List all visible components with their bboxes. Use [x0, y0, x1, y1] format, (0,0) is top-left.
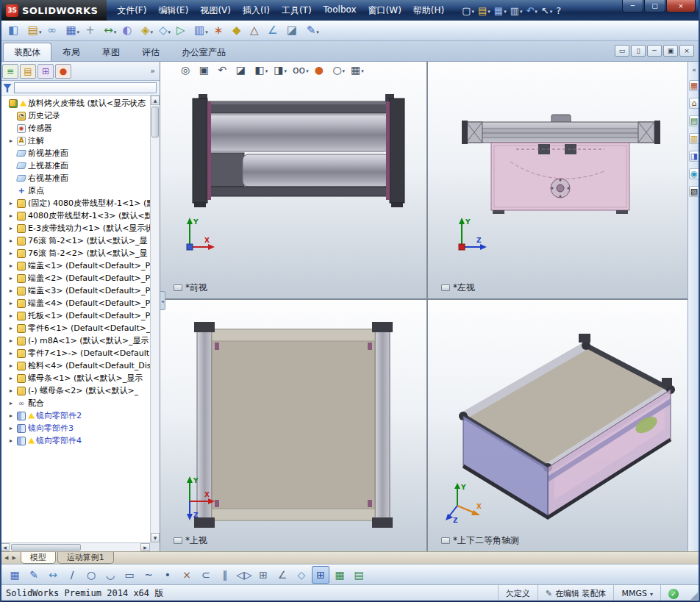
- previous-view-icon[interactable]: ↶: [216, 64, 231, 76]
- scrollbar-thumb[interactable]: [151, 107, 159, 137]
- tree-item[interactable]: 76滚 筒-2<2> (默认<默认>_显: [0, 247, 150, 259]
- tree-item[interactable]: 历史记录: [0, 110, 150, 122]
- display-style-icon[interactable]: ◨: [272, 64, 288, 76]
- expand-arrow-icon[interactable]: [10, 251, 16, 257]
- displaymanager-tab-icon[interactable]: ●: [55, 64, 71, 79]
- convert-entities-icon[interactable]: ⊂: [197, 566, 215, 584]
- new-document-icon[interactable]: ▢: [460, 3, 476, 18]
- tree-item[interactable]: (固定) 4080皮带线型材-1<1> (默: [0, 197, 150, 209]
- expand-arrow-icon[interactable]: [10, 401, 16, 406]
- tree-item[interactable]: 零件6<1> (Default<Default>_: [0, 322, 150, 334]
- mate-icon[interactable]: ∞: [45, 22, 62, 40]
- show-hidden-components-icon[interactable]: ◐: [120, 22, 138, 40]
- edit-component-icon[interactable]: ◧: [6, 22, 24, 40]
- tab-model[interactable]: 模型: [21, 552, 56, 564]
- restore-document-button[interactable]: ▣: [663, 45, 678, 57]
- close-document-button[interactable]: ×: [679, 45, 694, 57]
- panel-collapse-handle[interactable]: [160, 291, 165, 310]
- expand-arrow-icon[interactable]: [10, 238, 16, 244]
- minimize-button[interactable]: ─: [622, 0, 643, 12]
- tree-item[interactable]: 端盖<3> (Default<Default>_Pl: [0, 284, 150, 297]
- tab-layout[interactable]: 布局: [51, 43, 91, 61]
- interference-detection-icon[interactable]: △: [248, 22, 264, 40]
- menu-view[interactable]: 视图(V): [194, 1, 237, 20]
- expand-arrow-icon[interactable]: [10, 313, 16, 319]
- circle-icon[interactable]: ○: [82, 566, 100, 584]
- menu-window[interactable]: 窗口(W): [362, 1, 407, 20]
- minimize-document-button[interactable]: ─: [647, 45, 662, 57]
- select-icon[interactable]: ↖: [540, 3, 554, 18]
- smart-fasteners-icon[interactable]: +: [83, 22, 100, 40]
- tree-item[interactable]: 端盖<4> (Default<Default>_Pl: [0, 297, 150, 309]
- expand-arrow-icon[interactable]: [10, 301, 16, 307]
- tree-item[interactable]: E-3皮带线动力<1> (默认<显示状: [0, 222, 150, 234]
- home-icon[interactable]: ⌂: [689, 98, 700, 109]
- tree-item[interactable]: 检料<4> (Default<Default_Dis: [0, 359, 150, 372]
- tree-horizontal-scrollbar[interactable]: ◀ ▶: [0, 542, 150, 551]
- tree-item[interactable]: 注解: [0, 135, 150, 147]
- front-view-model[interactable]: [160, 62, 426, 298]
- custom-properties-icon[interactable]: ▧: [689, 186, 700, 197]
- spline-icon[interactable]: ~: [140, 566, 157, 584]
- tree-item[interactable]: (-) m8A<1> (默认<默认>_显示: [0, 334, 150, 347]
- tree-item[interactable]: 螺母条<1> (默认<默认>_显示: [0, 372, 150, 384]
- tree-item[interactable]: 托板<1> (Default<Default>_Pl: [0, 309, 150, 322]
- instant3d-icon[interactable]: ◆: [230, 22, 246, 40]
- task-pane-collapse-icon[interactable]: [692, 66, 696, 74]
- view-orientation-icon[interactable]: ◧: [253, 64, 269, 76]
- bill-of-materials-icon[interactable]: ▥: [192, 22, 210, 40]
- save-icon[interactable]: ▦: [493, 3, 508, 18]
- rectangle-icon[interactable]: ▭: [121, 566, 138, 584]
- move-component-icon[interactable]: ↔: [101, 22, 118, 40]
- menu-file[interactable]: 文件(F): [111, 1, 152, 20]
- tree-item[interactable]: 镜向零部件2: [0, 409, 150, 422]
- expand-arrow-icon[interactable]: [10, 363, 16, 369]
- scroll-up-icon[interactable]: ▲: [151, 96, 160, 105]
- point-icon[interactable]: •: [159, 566, 176, 584]
- viewport-isometric[interactable]: Y X Z *上下二等角轴测: [428, 300, 688, 551]
- tree-item[interactable]: 零件7<1>-> (Default<Default: [0, 347, 150, 359]
- expand-arrow-icon[interactable]: [10, 413, 16, 419]
- help-icon[interactable]: ?: [554, 3, 565, 18]
- propertymanager-tab-icon[interactable]: ▤: [20, 64, 36, 79]
- undo-icon[interactable]: ↶: [524, 3, 538, 18]
- tree-item[interactable]: 放料烤火皮带线 (默认<显示状态: [0, 97, 150, 110]
- viewport-top[interactable]: Y X Z *上视: [160, 300, 426, 551]
- tree-item[interactable]: 右视基准面: [0, 172, 150, 184]
- tab-scroll-left-icon[interactable]: ◀: [3, 555, 10, 561]
- arc-icon[interactable]: ◡: [101, 566, 119, 584]
- tree-item[interactable]: 端盖<2> (Default<Default>_Pl: [0, 272, 150, 284]
- smart-dimension-icon[interactable]: ↔: [44, 566, 62, 584]
- tree-item[interactable]: 前视基准面: [0, 147, 150, 160]
- exploded-view-icon[interactable]: ∗: [212, 22, 229, 40]
- featuremanager-tab-icon[interactable]: ≡: [2, 64, 18, 79]
- offset-entities-icon[interactable]: ∥: [216, 566, 234, 584]
- hide-show-items-icon[interactable]: oo: [291, 64, 310, 76]
- expand-arrow-icon[interactable]: [10, 138, 16, 144]
- apply-scene-icon[interactable]: ○: [331, 64, 346, 76]
- menu-edit[interactable]: 编辑(E): [152, 1, 194, 20]
- mirror-entities-icon[interactable]: ◁▷: [235, 566, 253, 584]
- sketch-icon[interactable]: ✎: [304, 22, 321, 40]
- scroll-down-icon[interactable]: ▼: [151, 533, 160, 542]
- expand-arrow-icon[interactable]: [10, 376, 16, 381]
- grid-system-icon[interactable]: ▦: [331, 566, 349, 584]
- insert-components-icon[interactable]: ▤: [26, 22, 44, 40]
- tree-item[interactable]: 76滚 筒-2<1> (默认<默认>_显: [0, 234, 150, 247]
- tab-motion-study[interactable]: 运动算例1: [57, 552, 114, 564]
- menu-tools[interactable]: 工具(T): [276, 1, 318, 20]
- configurationmanager-tab-icon[interactable]: ⊞: [38, 64, 54, 79]
- expand-arrow-icon[interactable]: [10, 288, 16, 294]
- plane-icon[interactable]: ◇: [293, 566, 310, 584]
- tree-item[interactable]: 镜向零部件4: [0, 434, 150, 447]
- print-icon[interactable]: ▥: [509, 3, 524, 18]
- view-settings-icon[interactable]: ▦: [349, 64, 365, 76]
- expand-arrow-icon[interactable]: [10, 338, 16, 344]
- solidworks-resources-icon[interactable]: ▦: [689, 80, 700, 91]
- tab-sketch[interactable]: 草图: [91, 43, 131, 61]
- tree-item[interactable]: 原点: [0, 184, 150, 197]
- grid-icon[interactable]: ⊞: [254, 566, 272, 584]
- save-icon[interactable]: ▦: [6, 566, 24, 584]
- sketch-icon[interactable]: ✎: [25, 566, 43, 584]
- tree-item[interactable]: 传感器: [0, 122, 150, 135]
